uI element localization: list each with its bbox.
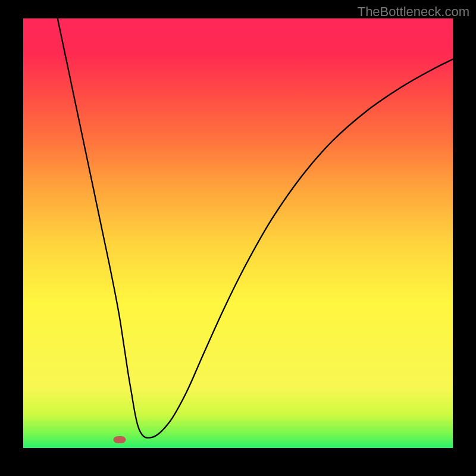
chart-plot-area xyxy=(23,18,453,448)
optimal-point-marker xyxy=(114,436,126,443)
curve-path xyxy=(58,18,453,438)
watermark-text: TheBottleneck.com xyxy=(358,4,469,20)
chart-curve xyxy=(23,18,453,448)
chart-frame: TheBottleneck.com xyxy=(0,0,476,476)
